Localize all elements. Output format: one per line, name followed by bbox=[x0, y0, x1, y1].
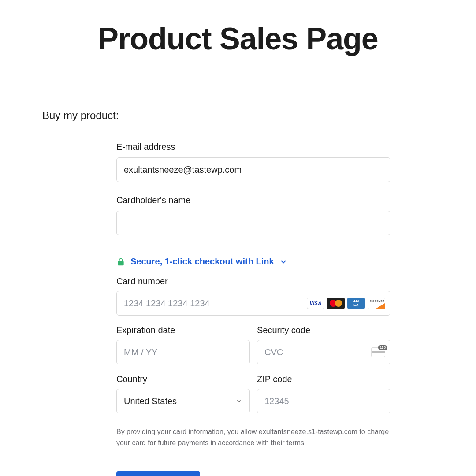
lead-text: Buy my product: bbox=[42, 109, 434, 122]
cardholder-label: Cardholder's name bbox=[116, 195, 390, 205]
mastercard-icon bbox=[327, 298, 345, 309]
cvc-label: Security code bbox=[257, 325, 390, 335]
email-label: E-mail address bbox=[116, 142, 390, 152]
discover-icon: DISCOVER bbox=[368, 298, 385, 309]
expiration-input[interactable] bbox=[116, 340, 250, 364]
lock-icon bbox=[116, 257, 125, 267]
disclaimer-text: By providing your card information, you … bbox=[116, 427, 390, 449]
zip-label: ZIP code bbox=[257, 374, 390, 384]
visa-icon: VISA bbox=[307, 298, 324, 309]
cvc-card-icon: 135 bbox=[371, 347, 385, 357]
country-label: Country bbox=[116, 374, 250, 384]
chevron-down-icon bbox=[279, 258, 287, 266]
amex-icon: AMEX bbox=[347, 298, 365, 309]
make-payment-button[interactable]: Make payment bbox=[116, 471, 200, 476]
secure-checkout-link[interactable]: Secure, 1-click checkout with Link bbox=[130, 257, 274, 267]
country-select[interactable]: United States bbox=[116, 389, 250, 413]
zip-input[interactable] bbox=[257, 389, 390, 413]
cvc-badge: 135 bbox=[378, 345, 387, 350]
secure-checkout-toggle[interactable]: Secure, 1-click checkout with Link bbox=[116, 257, 390, 267]
email-input[interactable] bbox=[116, 157, 390, 182]
cvc-input[interactable] bbox=[257, 340, 390, 364]
card-brand-icons: VISA AMEX DISCOVER bbox=[307, 298, 385, 309]
cardholder-input[interactable] bbox=[116, 211, 390, 235]
expiration-label: Expiration date bbox=[116, 325, 250, 335]
payment-form: E-mail address Cardholder's name Secure,… bbox=[116, 142, 390, 476]
page-title: Product Sales Page bbox=[42, 21, 434, 56]
card-number-label: Card number bbox=[116, 276, 390, 286]
